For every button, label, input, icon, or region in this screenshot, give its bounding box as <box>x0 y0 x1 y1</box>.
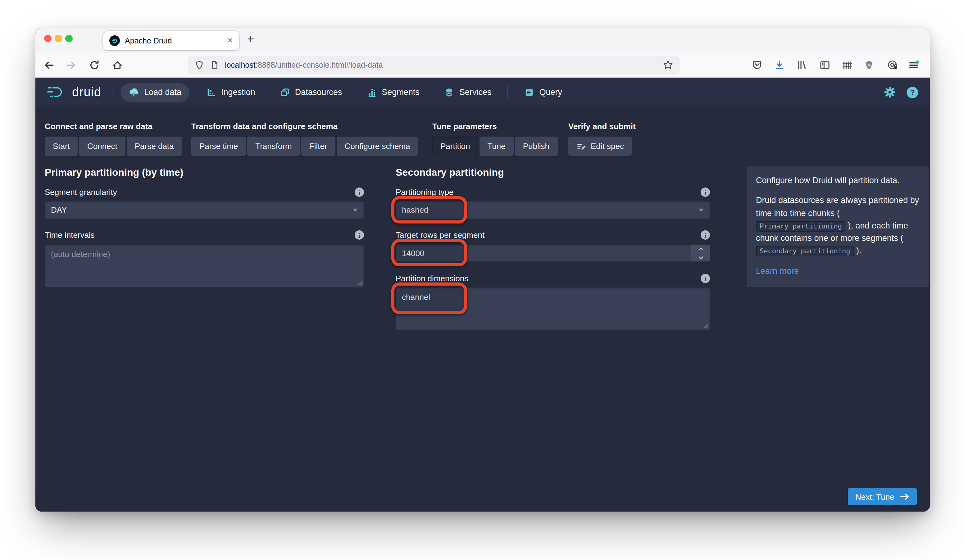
svg-text:uO: uO <box>866 63 871 67</box>
download-icon[interactable] <box>774 60 785 71</box>
nav-item-query[interactable]: Query <box>516 83 570 102</box>
step-button-tune[interactable]: Tune <box>479 136 513 156</box>
druid-logo-icon <box>47 84 68 100</box>
druid-navbar: druid Load data Ingestion Datasources Se… <box>36 78 930 107</box>
onepassword-icon[interactable] <box>887 60 898 71</box>
edit-spec-icon <box>576 141 586 151</box>
resize-grip-icon[interactable] <box>357 279 363 286</box>
step-button-start[interactable]: Start <box>45 136 78 156</box>
partitioning-type-label: Partitioning type <box>396 187 453 197</box>
browser-toolbar: localhost:8888/unified-console.html#load… <box>36 53 930 78</box>
step-button-publish[interactable]: Publish <box>515 136 557 156</box>
info-icon[interactable]: i <box>701 187 710 197</box>
step-button-connect[interactable]: Connect <box>79 136 125 156</box>
info-icon[interactable]: i <box>701 274 710 283</box>
forward-icon[interactable] <box>65 60 77 71</box>
pocket-save-icon[interactable] <box>752 60 763 71</box>
navbar-divider <box>112 85 112 99</box>
time-intervals-textarea[interactable]: (auto determine) <box>45 245 364 287</box>
stepper-down-button[interactable] <box>691 253 710 261</box>
step-button-edit-spec[interactable]: Edit spec <box>568 136 632 156</box>
load-data-view: Connect and parse raw data Transform dat… <box>36 107 930 511</box>
window-zoom-button[interactable] <box>65 35 73 42</box>
select-value: DAY <box>51 205 67 214</box>
step-button-configure-schema[interactable]: Configure schema <box>337 136 418 156</box>
info-text: ). <box>854 246 861 255</box>
druid-logo[interactable]: druid <box>44 84 104 100</box>
nav-item-segments[interactable]: Segments <box>359 83 428 102</box>
window-close-button[interactable] <box>44 35 52 42</box>
ublock-origin-icon[interactable]: uO <box>863 60 874 71</box>
next-button-label: Next: Tune <box>855 492 894 502</box>
step-group-transform: Parse time Transform Filter Configure sc… <box>191 136 418 156</box>
segments-icon <box>367 87 377 97</box>
chevron-down-icon <box>353 209 358 212</box>
step-button-parse-data[interactable]: Parse data <box>127 136 182 156</box>
arrow-right-icon <box>900 493 909 500</box>
services-icon <box>445 87 454 97</box>
nav-item-label: Load data <box>144 88 181 97</box>
extension-fence-icon[interactable] <box>842 60 853 71</box>
nav-item-label: Segments <box>382 88 420 97</box>
menu-hamburger-icon[interactable] <box>908 60 919 71</box>
new-tab-button[interactable]: + <box>247 32 254 46</box>
tab-strip: Apache Druid ✕ + <box>36 28 930 53</box>
info-panel-body: Druid datasources are always partitioned… <box>756 195 919 258</box>
step-button-partition[interactable]: Partition <box>432 136 478 156</box>
sidebar-toggle-icon[interactable] <box>819 60 830 71</box>
settings-gear-icon[interactable] <box>884 86 896 98</box>
bookmark-star-icon[interactable] <box>663 60 673 70</box>
window-minimize-button[interactable] <box>55 35 62 42</box>
query-icon <box>524 87 534 97</box>
shield-permissions-icon[interactable] <box>194 60 204 70</box>
info-icon[interactable]: i <box>355 230 364 240</box>
resize-grip-icon[interactable] <box>702 322 709 328</box>
nav-item-ingestion[interactable]: Ingestion <box>198 83 263 102</box>
tab-title: Apache Druid <box>125 36 224 45</box>
step-button-parse-time[interactable]: Parse time <box>191 136 246 156</box>
step-group-title: Transform data and configure schema <box>191 122 337 131</box>
back-icon[interactable] <box>44 60 55 71</box>
target-rows-label: Target rows per segment <box>396 230 484 240</box>
druid-favicon-icon <box>109 36 120 46</box>
number-stepper <box>691 245 710 261</box>
info-icon[interactable]: i <box>355 187 364 197</box>
help-icon[interactable]: ? <box>906 86 918 98</box>
desktop: Apache Druid ✕ + localhost:8888/unified-… <box>0 0 964 560</box>
chevron-down-icon <box>699 209 704 212</box>
time-intervals-label: Time intervals <box>45 230 95 240</box>
step-button-transform[interactable]: Transform <box>247 136 300 156</box>
nav-item-label: Services <box>459 88 492 97</box>
textarea-placeholder: (auto determine) <box>51 250 110 259</box>
stepper-up-button[interactable] <box>691 245 710 253</box>
learn-more-link[interactable]: Learn more <box>756 266 799 275</box>
info-panel-intro: Configure how Druid will partition data. <box>756 174 919 187</box>
segment-granularity-select[interactable]: DAY <box>45 201 364 219</box>
navbar-actions: ? <box>884 86 921 98</box>
nav-item-label: Ingestion <box>221 88 255 97</box>
nav-item-load-data[interactable]: Load data <box>120 83 189 102</box>
page-info-icon[interactable] <box>210 60 219 70</box>
next-tune-button[interactable]: Next: Tune <box>848 488 917 505</box>
home-icon[interactable] <box>112 60 123 71</box>
url-host: localhost <box>225 60 256 69</box>
tab-close-icon[interactable]: ✕ <box>227 37 233 45</box>
step-button-label: Edit spec <box>591 141 624 151</box>
tab-apache-druid[interactable]: Apache Druid ✕ <box>103 31 239 50</box>
nav-item-datasources[interactable]: Datasources <box>272 83 350 102</box>
library-icon[interactable] <box>796 60 808 71</box>
section-title: Secondary partitioning <box>396 167 504 178</box>
highlight-partition-dimensions <box>391 282 467 314</box>
reload-icon[interactable] <box>89 60 100 71</box>
step-button-filter[interactable]: Filter <box>301 136 335 156</box>
url-bar[interactable]: localhost:8888/unified-console.html#load… <box>187 56 680 74</box>
nav-item-services[interactable]: Services <box>436 83 500 102</box>
highlight-target-rows <box>391 239 467 266</box>
step-group-connect: Start Connect Parse data <box>45 136 182 156</box>
url-path: :8888/unified-console.html#load-data <box>256 60 383 69</box>
segment-granularity-label: Segment granularity <box>45 187 117 197</box>
brand-name: druid <box>72 85 101 99</box>
info-icon[interactable]: i <box>701 230 710 240</box>
info-panel: Configure how Druid will partition data.… <box>747 166 928 287</box>
section-title: Primary partitioning (by time) <box>45 167 183 178</box>
